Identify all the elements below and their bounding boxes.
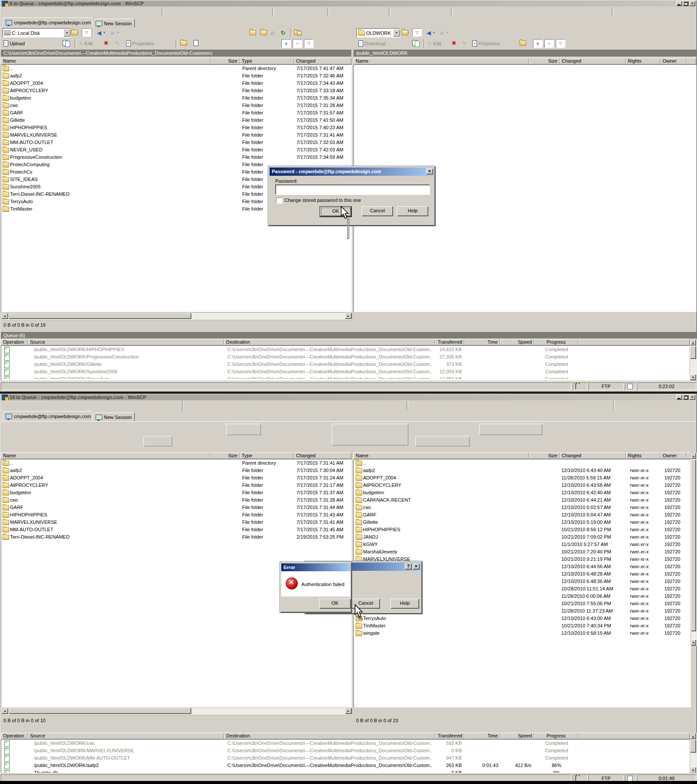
parent-directory-button[interactable]: ↑ [247,28,256,37]
back-icon[interactable]: ◀ [424,28,433,37]
delete-icon[interactable]: ✖ [102,39,110,47]
list-item[interactable]: aafp2File folder7/17/2015 7:32:46 AM [1,72,351,80]
list-item[interactable]: GARFFile folder7/17/2015 7:31:44 AM [1,504,351,511]
go-to-icon[interactable]: ↘ [191,39,200,47]
column-header-rights[interactable]: Rights [626,58,660,64]
scroll-up-icon[interactable]: ▴ [690,339,696,345]
remote-path-breadcrumb[interactable]: /public_html/OLDWORK [354,50,697,57]
minimize-icon[interactable] [676,1,682,6]
scroll-down-icon[interactable]: ▾ [690,374,696,380]
column-header-time[interactable]: Time [464,339,500,345]
back-dropdown-icon[interactable]: ▾ [433,31,435,34]
open-directory-button[interactable]: ↷ [401,28,410,37]
scrollbar-thumb[interactable] [690,740,696,753]
help-button[interactable]: Help [397,206,428,216]
ok-button[interactable]: OK [319,599,351,609]
maximize-icon[interactable] [683,1,689,6]
list-item[interactable]: cwcFile folder7/17/2015 7:31:28 AM [1,496,351,504]
column-header-operation[interactable]: Operation [1,339,28,345]
queue-row[interactable]: /public_html/OLDWORK/HIPHOPHIPPIESC:\Use… [1,346,690,353]
change-password-checkbox[interactable] [276,198,282,204]
queue-scrollbar[interactable]: ▴ ▾ [690,339,697,381]
list-item[interactable]: HIPHOPHIPPIESFile folder7/17/2015 7:31:4… [1,511,351,519]
root-directory-button[interactable]: \ [258,28,267,37]
close-icon[interactable]: × [426,168,433,174]
column-header-blank[interactable] [687,58,696,64]
column-header-size[interactable]: Size [210,58,240,64]
forward-icon[interactable]: ▶ [109,28,117,37]
rename-icon[interactable]: ✎ [113,39,122,47]
queue-title[interactable]: Queue (6) [1,332,697,338]
scroll-down-icon[interactable]: ▾ [690,767,696,773]
refresh-icon[interactable]: ↻ [279,28,287,37]
chevron-down-icon[interactable]: ▾ [63,29,70,37]
add-filter-icon[interactable]: + [533,39,543,48]
column-header-source[interactable]: Source [28,339,224,345]
remove-filter-icon[interactable]: − [544,39,554,48]
scroll-right-icon[interactable]: ▸ [345,313,352,319]
filter-icon[interactable]: ▽ [304,39,313,48]
filter-icon[interactable]: ▽ [82,28,91,37]
queue-row[interactable]: /public_html/OLDWORK/ProgressiveConstruc… [1,353,690,361]
list-item[interactable]: ADOPPT_2004File folder7/17/2015 7:31:24 … [1,474,351,482]
column-header-blank[interactable] [578,733,690,739]
tab-new-session[interactable]: New Session [93,19,135,27]
horizontal-scrollbar[interactable]: ◂ ▸ [1,312,352,320]
list-item[interactable]: aafp2File folder7/17/2015 7:30:04 AM [1,467,351,474]
scrollbar-thumb[interactable] [691,459,696,631]
list-item[interactable]: KGWY11/1/2010 5:27:57 AMrwxr-xr-x192720 [354,541,690,548]
scrollbar-thumb[interactable] [690,346,696,359]
column-header-source[interactable]: Source [28,733,224,739]
close-icon[interactable]: × [689,1,695,6]
column-header-speed[interactable]: Speed [500,339,534,345]
properties-button[interactable]: ✓ Properties [124,39,156,48]
column-header-rights[interactable]: Rights [626,452,660,459]
edit-button[interactable]: ✎ Edit [426,39,443,48]
maximize-icon[interactable] [683,395,689,400]
chevron-down-icon[interactable]: ▾ [393,29,400,37]
password-input[interactable] [275,184,430,195]
symlink-icon[interactable] [293,28,302,37]
list-item[interactable]: ADOPPT_200411/28/2010 5:59:15 AMrwxr-xr-… [354,474,690,482]
scroll-down-icon[interactable]: ▾ [691,640,696,646]
list-item[interactable]: ↑..Parent directory7/17/2015 7:41:47 AM [1,65,351,72]
tab-session-active[interactable]: cmpwebde@ftp.cmpwebdesign.com [3,17,94,27]
list-item[interactable]: cwcFile folder7/17/2015 7:31:28 AM [1,102,351,109]
password-dialog-titlebar[interactable]: Password - cmpwebde@ftp.cmpwebdesign.com… [270,168,434,176]
horizontal-scrollbar[interactable]: ◂ ▸ [1,707,352,715]
download-multi-icon[interactable] [411,39,420,47]
error-dialog-titlebar[interactable]: Error [281,563,350,571]
list-item[interactable]: NEVER_USEDFile folder7/17/2015 7:42:03 A… [1,146,351,154]
list-item[interactable]: Terri-Diesel-INC-RENAMEDFile folder2/19/… [1,533,351,541]
column-header-changed[interactable]: Changed [560,58,626,64]
queue-row[interactable]: /public_html/OLDWORK/cwcC:\Users\m3b\One… [1,740,690,747]
new-folder-icon[interactable]: ✱ [179,39,188,47]
filter-icon[interactable]: ▽ [412,28,422,37]
tab-session-active[interactable]: cmpwebde@ftp.cmpwebdesign.com [3,411,94,421]
scrollbar-thumb[interactable] [9,708,191,714]
titlebar-bottom[interactable]: 19 in Queue - cmpwebde@ftp.cmpwebdesign.… [1,394,696,400]
open-directory-button[interactable]: ↷ [70,28,79,37]
list-item[interactable]: MarshallJewerly10/21/2010 7:20:40 PMrwxr… [354,548,690,556]
column-header-transferred[interactable]: Transferred [435,339,464,345]
list-item[interactable]: AllPROCYCLERYFile folder7/17/2015 7:31:1… [1,482,351,489]
scroll-left-icon[interactable]: ◂ [1,708,8,714]
list-item[interactable]: HIPHOPHIPPIESFile folder7/17/2015 7:40:2… [1,124,351,131]
new-folder-icon[interactable]: ✱ [518,39,527,47]
column-header-size[interactable]: Size [529,452,560,459]
column-header-speed[interactable]: Speed [500,733,534,739]
column-header-name[interactable]: Name ▲ [354,58,529,64]
filter-icon[interactable]: ▽ [556,39,565,48]
list-item[interactable]: ↑..Parent directory7/17/2015 7:31:41 AM [1,459,351,467]
list-item[interactable]: JANDJ10/21/2010 7:09:02 PMrwxr-xr-x19272… [354,533,690,541]
list-item[interactable]: MM-AUTO-OUTLETFile folder7/17/2015 7:32:… [1,139,351,146]
list-item[interactable]: budgetinn12/10/2010 6:42:40 AMrwxr-xr-x1… [354,489,690,496]
upload-multi-icon[interactable] [62,39,70,47]
column-header-progress[interactable]: Progress [534,733,578,739]
list-item[interactable]: cwc12/10/2010 5:02:57 AMrwxr-xr-x192720 [354,504,690,511]
titlebar-top[interactable]: 6 in Queue - cmpwebde@ftp.cmpwebdesign.c… [1,0,696,7]
column-header-transferred[interactable]: Transferred [435,733,464,739]
queue-row[interactable]: Thumbs.db0 KB0% [1,769,690,773]
list-item[interactable]: Gillette12/10/2010 5:19:00 AMrwxr-xr-x19… [354,519,690,526]
list-item[interactable]: AllPROCYCLERY12/10/2010 6:43:58 AMrwxr-x… [354,482,690,489]
